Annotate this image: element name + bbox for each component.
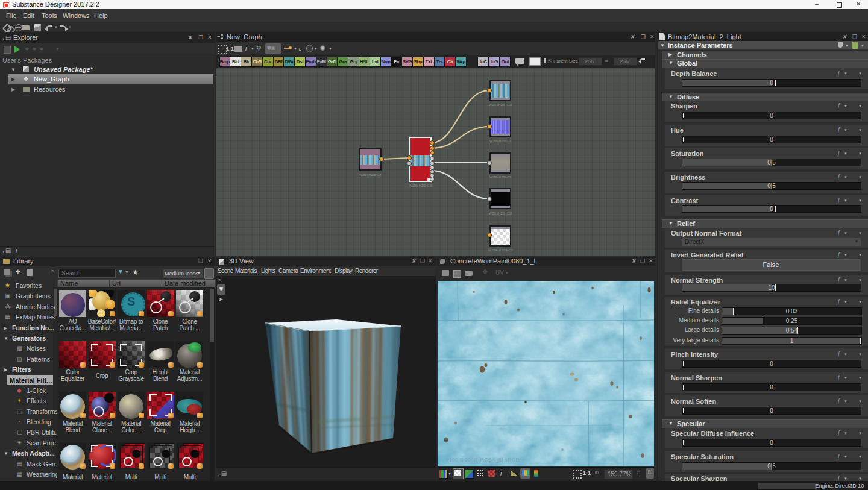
svg-text:#100 S 2048 (RGBA_8) sRGB: #100 S 2048 (RGBA_8) sRGB — [446, 457, 520, 463]
